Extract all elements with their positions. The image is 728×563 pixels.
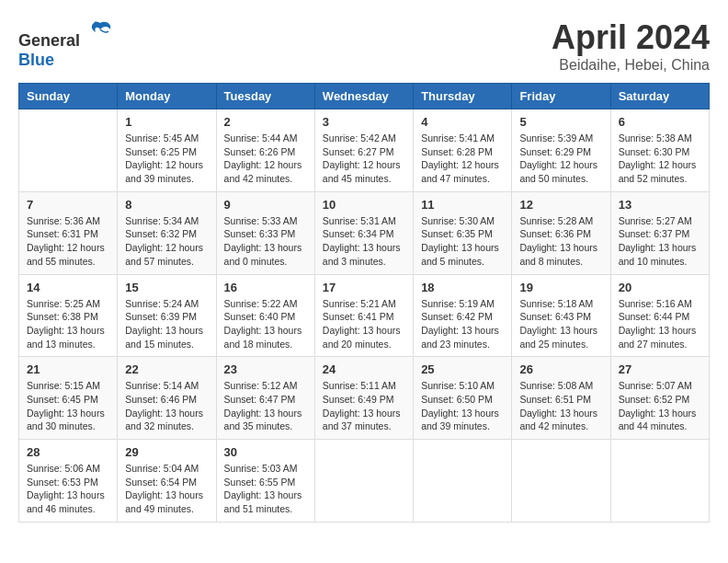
day-info: Sunrise: 5:15 AM Sunset: 6:45 PM Dayligh… [27,379,109,433]
calendar-cell: 25Sunrise: 5:10 AM Sunset: 6:50 PM Dayli… [414,357,512,440]
day-number: 26 [519,362,602,376]
day-number: 12 [519,198,602,212]
day-number: 14 [27,281,109,294]
day-info: Sunrise: 5:10 AM Sunset: 6:50 PM Dayligh… [421,379,504,433]
calendar-cell: 28Sunrise: 5:06 AM Sunset: 6:53 PM Dayli… [19,440,118,523]
calendar-cell: 18Sunrise: 5:19 AM Sunset: 6:42 PM Dayli… [414,274,512,357]
calendar-table: SundayMondayTuesdayWednesdayThursdayFrid… [18,83,710,523]
calendar-cell: 15Sunrise: 5:24 AM Sunset: 6:39 PM Dayli… [118,274,216,357]
logo-text: General Blue [18,18,114,70]
weekday-header-thursday: Thursday [414,84,512,109]
day-info: Sunrise: 5:22 AM Sunset: 6:40 PM Dayligh… [224,297,307,351]
day-number: 30 [224,445,307,459]
week-row-5: 28Sunrise: 5:06 AM Sunset: 6:53 PM Dayli… [19,440,710,523]
calendar-cell [19,109,118,192]
logo-blue: Blue [18,51,54,69]
calendar-cell: 9Sunrise: 5:33 AM Sunset: 6:33 PM Daylig… [216,191,314,274]
calendar-cell: 5Sunrise: 5:39 AM Sunset: 6:29 PM Daylig… [512,109,610,192]
week-row-2: 7Sunrise: 5:36 AM Sunset: 6:31 PM Daylig… [19,191,710,274]
calendar-cell: 30Sunrise: 5:03 AM Sunset: 6:55 PM Dayli… [216,440,314,523]
day-info: Sunrise: 5:18 AM Sunset: 6:43 PM Dayligh… [519,297,602,351]
calendar-cell: 19Sunrise: 5:18 AM Sunset: 6:43 PM Dayli… [512,274,610,357]
calendar-cell: 24Sunrise: 5:11 AM Sunset: 6:49 PM Dayli… [314,357,413,440]
day-number: 20 [619,281,701,294]
month-year-title: April 2024 [552,18,710,57]
calendar-cell: 8Sunrise: 5:34 AM Sunset: 6:32 PM Daylig… [118,191,216,274]
weekday-header-monday: Monday [118,84,216,109]
day-info: Sunrise: 5:04 AM Sunset: 6:54 PM Dayligh… [125,462,208,516]
day-info: Sunrise: 5:16 AM Sunset: 6:44 PM Dayligh… [619,297,701,351]
day-info: Sunrise: 5:07 AM Sunset: 6:52 PM Dayligh… [619,379,701,433]
calendar-cell: 29Sunrise: 5:04 AM Sunset: 6:54 PM Dayli… [118,440,216,523]
day-number: 22 [125,362,208,376]
day-info: Sunrise: 5:36 AM Sunset: 6:31 PM Dayligh… [27,214,109,269]
day-number: 21 [27,362,109,376]
weekday-header-row: SundayMondayTuesdayWednesdayThursdayFrid… [19,84,710,109]
day-number: 11 [421,198,504,212]
day-number: 2 [224,115,307,129]
day-info: Sunrise: 5:34 AM Sunset: 6:32 PM Dayligh… [125,214,208,269]
day-number: 24 [323,362,405,376]
logo-general: General [18,31,80,50]
day-number: 5 [519,115,602,129]
day-number: 16 [224,281,307,294]
day-info: Sunrise: 5:30 AM Sunset: 6:35 PM Dayligh… [421,214,504,269]
calendar-cell: 1Sunrise: 5:45 AM Sunset: 6:25 PM Daylig… [118,109,216,192]
calendar-cell: 12Sunrise: 5:28 AM Sunset: 6:36 PM Dayli… [512,191,610,274]
calendar-cell: 21Sunrise: 5:15 AM Sunset: 6:45 PM Dayli… [19,357,118,440]
day-info: Sunrise: 5:19 AM Sunset: 6:42 PM Dayligh… [421,297,504,351]
calendar-cell: 2Sunrise: 5:44 AM Sunset: 6:26 PM Daylig… [216,109,314,192]
weekday-header-saturday: Saturday [610,84,709,109]
day-info: Sunrise: 5:45 AM Sunset: 6:25 PM Dayligh… [125,132,208,186]
calendar-cell: 11Sunrise: 5:30 AM Sunset: 6:35 PM Dayli… [414,191,512,274]
day-number: 27 [619,362,701,376]
calendar-cell: 20Sunrise: 5:16 AM Sunset: 6:44 PM Dayli… [610,274,709,357]
title-area: April 2024 Beidaihe, Hebei, China [552,18,710,74]
day-info: Sunrise: 5:12 AM Sunset: 6:47 PM Dayligh… [224,379,307,433]
calendar-cell: 23Sunrise: 5:12 AM Sunset: 6:47 PM Dayli… [216,357,314,440]
weekday-header-tuesday: Tuesday [216,84,314,109]
day-number: 25 [421,362,504,376]
calendar-cell: 26Sunrise: 5:08 AM Sunset: 6:51 PM Dayli… [512,357,610,440]
day-info: Sunrise: 5:28 AM Sunset: 6:36 PM Dayligh… [519,214,602,269]
week-row-4: 21Sunrise: 5:15 AM Sunset: 6:45 PM Dayli… [19,357,710,440]
day-number: 9 [224,198,307,212]
calendar-cell: 3Sunrise: 5:42 AM Sunset: 6:27 PM Daylig… [314,109,413,192]
calendar-cell: 10Sunrise: 5:31 AM Sunset: 6:34 PM Dayli… [314,191,413,274]
week-row-3: 14Sunrise: 5:25 AM Sunset: 6:38 PM Dayli… [19,274,710,357]
calendar-cell: 17Sunrise: 5:21 AM Sunset: 6:41 PM Dayli… [314,274,413,357]
day-number: 8 [125,198,208,212]
day-info: Sunrise: 5:42 AM Sunset: 6:27 PM Dayligh… [323,132,405,186]
week-row-1: 1Sunrise: 5:45 AM Sunset: 6:25 PM Daylig… [19,109,710,192]
day-number: 1 [125,115,208,129]
day-info: Sunrise: 5:03 AM Sunset: 6:55 PM Dayligh… [224,462,307,516]
day-number: 28 [27,445,109,459]
day-number: 15 [125,281,208,294]
weekday-header-wednesday: Wednesday [314,84,413,109]
day-number: 29 [125,445,208,459]
calendar-cell: 4Sunrise: 5:41 AM Sunset: 6:28 PM Daylig… [414,109,512,192]
day-number: 4 [421,115,504,129]
logo: General Blue [18,18,114,70]
day-number: 7 [27,198,109,212]
calendar-cell: 13Sunrise: 5:27 AM Sunset: 6:37 PM Dayli… [610,191,709,274]
day-info: Sunrise: 5:24 AM Sunset: 6:39 PM Dayligh… [125,297,208,351]
day-info: Sunrise: 5:21 AM Sunset: 6:41 PM Dayligh… [323,297,405,351]
day-number: 3 [323,115,405,129]
calendar-cell: 14Sunrise: 5:25 AM Sunset: 6:38 PM Dayli… [19,274,118,357]
calendar-cell: 7Sunrise: 5:36 AM Sunset: 6:31 PM Daylig… [19,191,118,274]
logo-bird-icon [86,18,114,46]
calendar-cell: 22Sunrise: 5:14 AM Sunset: 6:46 PM Dayli… [118,357,216,440]
day-info: Sunrise: 5:14 AM Sunset: 6:46 PM Dayligh… [125,379,208,433]
day-number: 18 [421,281,504,294]
calendar-cell [610,440,709,523]
calendar-cell: 6Sunrise: 5:38 AM Sunset: 6:30 PM Daylig… [610,109,709,192]
calendar-cell: 27Sunrise: 5:07 AM Sunset: 6:52 PM Dayli… [610,357,709,440]
day-info: Sunrise: 5:44 AM Sunset: 6:26 PM Dayligh… [224,132,307,186]
weekday-header-sunday: Sunday [19,84,118,109]
calendar-cell [414,440,512,523]
day-number: 10 [323,198,405,212]
calendar-cell [314,440,413,523]
calendar-cell [512,440,610,523]
calendar-cell: 16Sunrise: 5:22 AM Sunset: 6:40 PM Dayli… [216,274,314,357]
